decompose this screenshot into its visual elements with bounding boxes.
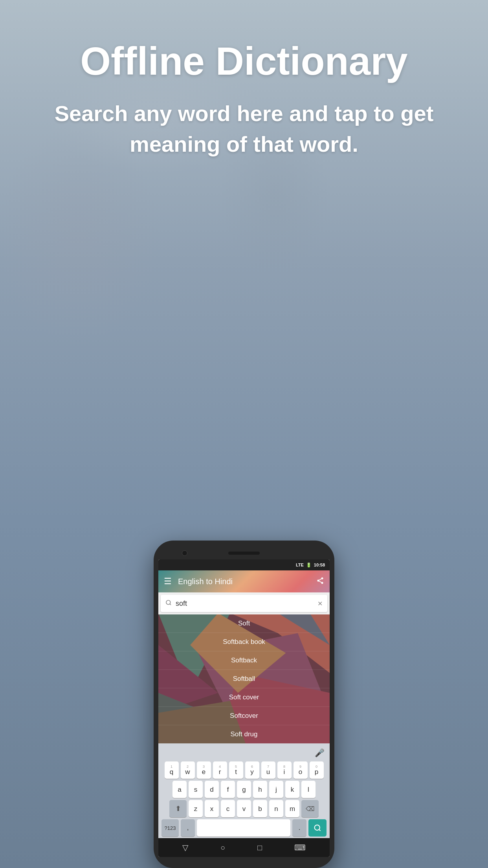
key-a[interactable]: a — [172, 781, 187, 798]
main-title: Offline Dictionary — [24, 39, 464, 83]
key-w[interactable]: 2w — [181, 761, 195, 779]
phone-camera — [182, 550, 187, 556]
svg-line-4 — [319, 579, 321, 580]
keyboard-row-2: asdfghjkl — [160, 781, 328, 798]
phone-body: LTE 🔋 10:58 ☰ English to Hindi — [154, 541, 334, 868]
key-t[interactable]: 5t — [229, 761, 243, 779]
search-key[interactable] — [308, 819, 327, 837]
key-f[interactable]: f — [221, 781, 235, 798]
svg-point-15 — [315, 825, 320, 830]
key-s[interactable]: s — [189, 781, 203, 798]
hamburger-icon[interactable]: ☰ — [164, 576, 172, 587]
phone-screen: LTE 🔋 10:58 ☰ English to Hindi — [158, 559, 330, 857]
key-x[interactable]: x — [205, 800, 219, 817]
key-c[interactable]: c — [221, 800, 235, 817]
key-q[interactable]: 1q — [165, 761, 179, 779]
key-g[interactable]: g — [237, 781, 251, 798]
period-key[interactable]: . — [292, 819, 306, 837]
key-e[interactable]: 3e — [197, 761, 211, 779]
key-l[interactable]: l — [301, 781, 316, 798]
key-v[interactable]: v — [237, 800, 251, 817]
results-list: SoftSoftback bookSoftbackSoftballSoft co… — [158, 614, 330, 743]
phone-speaker — [228, 552, 260, 555]
key-d[interactable]: d — [205, 781, 219, 798]
backspace-key[interactable]: ⌫ — [301, 800, 319, 817]
svg-line-3 — [319, 581, 321, 582]
status-time: 10:58 — [314, 563, 325, 567]
key-i[interactable]: 8i — [277, 761, 292, 779]
phone-top — [158, 548, 330, 559]
result-item[interactable]: Soft cover — [158, 688, 330, 707]
share-icon[interactable] — [316, 577, 324, 587]
svg-point-2 — [321, 582, 323, 584]
keyboard-top-row: 🎤 — [160, 746, 328, 760]
result-item[interactable]: Softback — [158, 651, 330, 670]
top-text-section: Offline Dictionary Search any word here … — [0, 39, 488, 160]
mic-button[interactable]: 🎤 — [312, 746, 327, 760]
comma-key[interactable]: , — [181, 819, 195, 837]
key-u[interactable]: 7u — [261, 761, 275, 779]
key-m[interactable]: m — [285, 800, 299, 817]
key-p[interactable]: 0p — [310, 761, 324, 779]
phone-mockup: LTE 🔋 10:58 ☰ English to Hindi — [154, 541, 334, 868]
shift-key[interactable]: ⬆ — [169, 800, 187, 817]
key-r[interactable]: 4r — [213, 761, 227, 779]
key-o[interactable]: 9o — [294, 761, 308, 779]
space-key[interactable] — [197, 819, 290, 837]
status-signal: LTE — [296, 563, 304, 567]
result-item[interactable]: Soft drug — [158, 725, 330, 743]
keyboard[interactable]: 🎤 1q2w3e4r5t6y7u8i9o0p asdfghjkl ⬆ zxcvb… — [158, 743, 330, 838]
key-k[interactable]: k — [285, 781, 299, 798]
result-item[interactable]: Softback book — [158, 633, 330, 651]
result-item[interactable]: Softball — [158, 670, 330, 688]
status-battery: 🔋 — [306, 563, 312, 568]
key-h[interactable]: h — [253, 781, 267, 798]
result-item[interactable]: Soft — [158, 614, 330, 633]
nums-key[interactable]: ?123 — [161, 819, 179, 837]
key-j[interactable]: j — [269, 781, 283, 798]
result-item[interactable]: Softcover — [158, 707, 330, 725]
clear-icon[interactable]: ✕ — [317, 600, 323, 607]
recent-icon[interactable]: □ — [257, 843, 262, 852]
svg-point-0 — [321, 577, 323, 579]
keyboard-icon[interactable]: ⌨ — [294, 843, 306, 852]
sub-title: Search any word here and tap to get mean… — [24, 98, 464, 160]
key-z[interactable]: z — [189, 800, 203, 817]
status-bar: LTE 🔋 10:58 — [158, 559, 330, 570]
key-y[interactable]: 6y — [245, 761, 259, 779]
keyboard-row-3: ⬆ zxcvbnm ⌫ — [160, 800, 328, 817]
search-icon — [165, 600, 172, 607]
app-bar-title: English to Hindi — [178, 577, 316, 586]
results-container: SoftSoftback bookSoftbackSoftballSoft co… — [158, 614, 330, 743]
nav-bar: ▽ ○ □ ⌨ — [158, 838, 330, 857]
phone-bottom — [158, 857, 330, 863]
back-icon[interactable]: ▽ — [182, 843, 188, 852]
svg-point-5 — [166, 600, 171, 605]
search-input[interactable]: soft — [176, 600, 317, 608]
key-n[interactable]: n — [269, 800, 283, 817]
keyboard-row-1: 1q2w3e4r5t6y7u8i9o0p — [160, 761, 328, 779]
home-icon[interactable]: ○ — [220, 843, 225, 852]
search-bar[interactable]: soft ✕ — [161, 595, 327, 612]
svg-point-1 — [317, 579, 319, 581]
key-b[interactable]: b — [253, 800, 267, 817]
keyboard-bottom-row: ?123 , . — [160, 819, 328, 837]
app-bar: ☰ English to Hindi — [158, 570, 330, 592]
